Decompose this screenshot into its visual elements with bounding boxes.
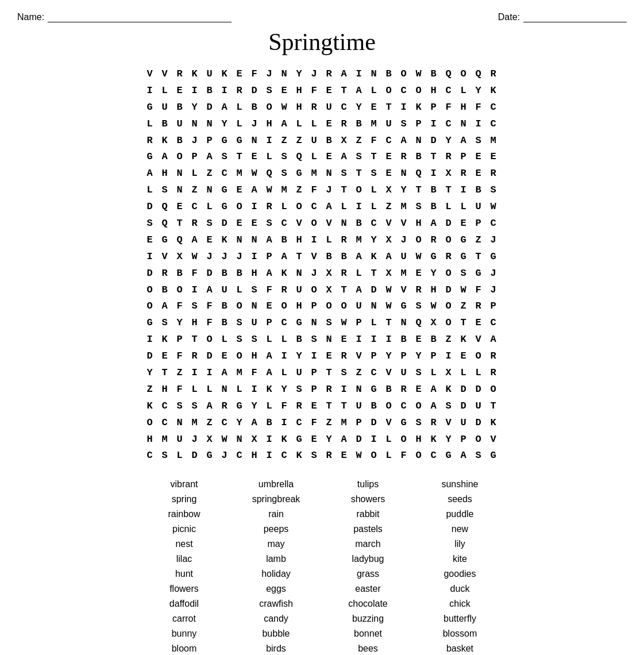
grid-cell-8-15: L — [367, 199, 382, 215]
grid-cell-4-0: R — [143, 133, 158, 149]
grid-cell-3-0: L — [143, 116, 158, 133]
grid-cell-22-8: I — [263, 431, 277, 448]
grid-cell-11-21: G — [457, 249, 472, 265]
grid-cell-21-11: F — [307, 415, 322, 431]
grid-cell-22-7: X — [248, 431, 263, 448]
grid-cell-7-1: S — [158, 182, 173, 199]
grid-row-10: EGQAEKNNABHILRMYXJOROGZJ — [143, 232, 502, 249]
grid-cell-10-1: G — [158, 232, 173, 249]
grid-cell-23-4: G — [203, 448, 218, 464]
grid-cell-17-11: I — [307, 348, 322, 365]
grid-cell-9-2: T — [173, 215, 188, 232]
grid-cell-12-22: G — [472, 265, 487, 282]
grid-cell-16-0: I — [143, 332, 158, 348]
grid-cell-2-2: B — [173, 99, 188, 116]
grid-cell-6-4: Z — [203, 165, 218, 182]
grid-cell-19-10: S — [292, 382, 307, 398]
grid-cell-4-20: Y — [442, 133, 457, 149]
grid-cell-20-6: G — [233, 398, 248, 415]
grid-cell-20-16: O — [382, 398, 397, 415]
grid-cell-12-2: B — [173, 265, 188, 282]
grid-cell-22-21: P — [457, 431, 472, 448]
word-item-11-3: basket — [414, 642, 506, 655]
grid-cell-13-7: S — [248, 282, 263, 299]
grid-cell-4-8: I — [263, 133, 277, 149]
grid-cell-13-3: I — [188, 282, 203, 299]
grid-cell-13-14: A — [352, 282, 367, 299]
word-item-11-1: birds — [230, 642, 322, 655]
grid-cell-1-17: C — [397, 83, 412, 99]
grid-cell-16-23: A — [487, 332, 502, 348]
word-item-4-1: may — [230, 538, 322, 550]
word-item-2-0: rainbow — [138, 508, 230, 521]
grid-cell-4-23: M — [487, 133, 502, 149]
grid-cell-9-22: P — [472, 215, 487, 232]
grid-cell-3-6: L — [233, 116, 248, 133]
grid-cell-11-12: B — [322, 249, 337, 265]
grid-cell-17-14: V — [352, 348, 367, 365]
grid-cell-3-15: M — [367, 116, 382, 133]
grid-cell-19-22: D — [472, 382, 487, 398]
grid-cell-22-16: L — [382, 431, 397, 448]
grid-cell-13-6: L — [233, 282, 248, 299]
grid-cell-23-6: C — [233, 448, 248, 464]
grid-cell-16-10: B — [292, 332, 307, 348]
word-item-5-0: lilac — [138, 553, 230, 565]
grid-cell-4-14: Z — [352, 133, 367, 149]
grid-cell-3-12: E — [322, 116, 337, 133]
grid-cell-10-22: Z — [472, 232, 487, 249]
word-list: vibrantumbrellatulipssunshinespringsprin… — [17, 478, 627, 655]
grid-cell-19-6: L — [233, 382, 248, 398]
grid-cell-7-0: L — [143, 182, 158, 199]
grid-cell-15-3: H — [188, 315, 203, 332]
grid-cell-8-13: L — [337, 199, 352, 215]
grid-row-11: IVXWJJJIPATVBBAKAUWGRGTG — [143, 249, 502, 265]
word-item-6-1: holiday — [230, 568, 322, 580]
grid-cell-21-13: M — [337, 415, 352, 431]
grid-row-20: KCSSARGYLFRETTUBOCOASDUT — [143, 398, 502, 415]
grid-cell-15-7: U — [248, 315, 263, 332]
grid-cell-5-19: T — [427, 149, 442, 165]
word-item-6-2: grass — [322, 568, 414, 580]
grid-cell-13-9: R — [277, 282, 292, 299]
grid-cell-18-0: Y — [143, 365, 158, 382]
grid-cell-7-2: N — [173, 182, 188, 199]
grid-cell-10-18: O — [412, 232, 427, 249]
grid-cell-7-17: Y — [397, 182, 412, 199]
grid-cell-10-21: G — [457, 232, 472, 249]
grid-cell-10-10: H — [292, 232, 307, 249]
grid-cell-8-16: Z — [382, 199, 397, 215]
grid-cell-21-5: C — [218, 415, 233, 431]
grid-cell-2-19: P — [427, 99, 442, 116]
grid-cell-15-13: W — [337, 315, 352, 332]
grid-cell-15-17: N — [397, 315, 412, 332]
grid-cell-11-13: B — [337, 249, 352, 265]
grid-cell-21-10: C — [292, 415, 307, 431]
grid-cell-13-10: U — [292, 282, 307, 299]
grid-cell-14-5: B — [218, 298, 233, 315]
grid-cell-12-7: H — [248, 265, 263, 282]
grid-cell-4-12: B — [322, 133, 337, 149]
grid-cell-0-23: R — [487, 66, 502, 83]
grid-cell-2-1: U — [158, 99, 173, 116]
grid-cell-20-2: S — [173, 398, 188, 415]
grid-row-13: OBOIAULSFRUOXTADWVRHDWFJ — [143, 282, 502, 299]
grid-cell-1-3: I — [188, 83, 203, 99]
grid-cell-6-6: M — [233, 165, 248, 182]
grid-cell-6-23: R — [487, 165, 502, 182]
grid-cell-10-17: J — [397, 232, 412, 249]
grid-cell-10-14: M — [352, 232, 367, 249]
grid-cell-21-16: V — [382, 415, 397, 431]
grid-cell-20-15: B — [367, 398, 382, 415]
grid-cell-19-12: R — [322, 382, 337, 398]
grid-cell-2-13: C — [337, 99, 352, 116]
grid-cell-11-10: T — [292, 249, 307, 265]
grid-cell-1-15: L — [367, 83, 382, 99]
grid-cell-11-6: J — [233, 249, 248, 265]
grid-cell-7-16: X — [382, 182, 397, 199]
grid-cell-10-2: Q — [173, 232, 188, 249]
word-item-7-1: eggs — [230, 583, 322, 595]
grid-cell-11-15: K — [367, 249, 382, 265]
grid-cell-15-15: L — [367, 315, 382, 332]
grid-cell-10-3: A — [188, 232, 203, 249]
